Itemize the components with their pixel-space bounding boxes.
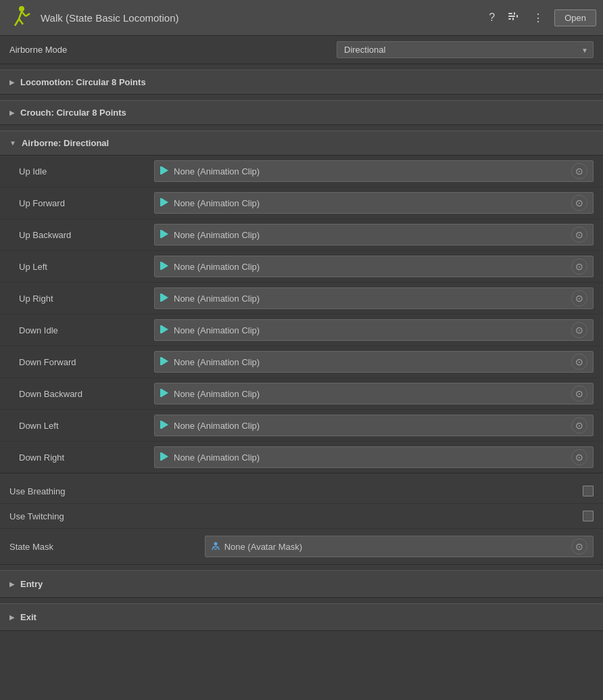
svg-marker-12 [162, 166, 168, 174]
anim-row-target-button[interactable]: ⊙ [571, 417, 587, 434]
anim-row-label: Up Left [19, 262, 154, 272]
anim-row: Down Forward None (Animation Clip) ⊙ [0, 346, 603, 378]
anim-row-clip-name: None (Animation Clip) [174, 198, 567, 208]
state-mask-label: State Mask [9, 542, 198, 552]
anim-row-target-button[interactable]: ⊙ [571, 163, 587, 179]
svg-marker-20 [162, 294, 168, 302]
more-button[interactable]: ⋮ [530, 10, 546, 26]
exit-arrow-icon: ▶ [9, 613, 15, 621]
anim-row-value: None (Animation Clip) ⊙ [154, 351, 594, 373]
anim-row-label: Down Left [19, 421, 154, 431]
locomotion-section-header[interactable]: ▶ Locomotion: Circular 8 Points [0, 70, 603, 95]
svg-point-32 [214, 542, 217, 545]
use-twitching-checkbox[interactable] [583, 511, 594, 521]
svg-line-5 [26, 14, 30, 16]
state-mask-target-button[interactable]: ⊙ [571, 538, 587, 555]
airborne-section-header[interactable]: ▼ Airborne: Directional [0, 131, 603, 156]
svg-line-3 [19, 19, 23, 24]
airborne-mode-label: Airborne Mode [9, 45, 337, 55]
animation-clip-icon [160, 325, 170, 335]
anim-row-value: None (Animation Clip) ⊙ [154, 383, 594, 404]
spacer-2 [0, 95, 603, 100]
airborne-mode-select[interactable]: Directional None Locomotion [337, 41, 594, 58]
anim-row-target-button[interactable]: ⊙ [571, 227, 587, 243]
airborne-section-title: Airborne: Directional [22, 138, 109, 148]
settings-button[interactable] [506, 9, 522, 26]
animation-clip-icon [160, 452, 170, 463]
walk-icon [7, 4, 34, 31]
spacer-4 [0, 473, 603, 479]
animation-clip-icon [160, 356, 170, 367]
svg-rect-9 [514, 12, 515, 15]
svg-rect-11 [512, 18, 514, 20]
svg-marker-28 [162, 421, 168, 429]
svg-point-0 [19, 6, 24, 11]
anim-row-label: Up Backward [19, 230, 154, 240]
anim-row-value: None (Animation Clip) ⊙ [154, 160, 594, 182]
anim-row: Down Idle None (Animation Clip) ⊙ [0, 314, 603, 346]
animation-clip-icon [160, 261, 170, 272]
anim-row-value: None (Animation Clip) ⊙ [154, 192, 594, 214]
anim-row-clip-name: None (Animation Clip) [174, 357, 567, 367]
exit-section-title: Exit [20, 612, 37, 622]
locomotion-arrow-icon: ▶ [9, 78, 15, 86]
use-twitching-label: Use Twitching [9, 511, 583, 521]
state-mask-value-text: None (Avatar Mask) [224, 542, 567, 552]
header: Walk (State Basic Locomotion) ? ⋮ Open [0, 0, 603, 36]
anim-row-label: Up Idle [19, 166, 154, 177]
anim-row-target-button[interactable]: ⊙ [571, 354, 587, 370]
svg-marker-24 [162, 357, 168, 365]
open-button[interactable]: Open [554, 9, 596, 26]
anim-row-label: Down Forward [19, 357, 154, 367]
anim-row-value: None (Animation Clip) ⊙ [154, 224, 594, 246]
anim-row-label: Down Backward [19, 389, 154, 399]
animation-clip-icon [160, 420, 170, 431]
svg-marker-22 [162, 325, 168, 333]
airborne-animation-section: Up Idle None (Animation Clip) ⊙ Up Forwa… [0, 156, 603, 473]
airborne-mode-dropdown-wrapper: Directional None Locomotion ▼ [337, 41, 594, 58]
anim-row-target-button[interactable]: ⊙ [571, 290, 587, 306]
exit-section-header[interactable]: ▶ Exit [0, 603, 603, 631]
svg-marker-16 [162, 230, 168, 238]
state-mask-value: None (Avatar Mask) ⊙ [205, 536, 594, 557]
airborne-mode-row: Airborne Mode Directional None Locomotio… [0, 36, 603, 64]
crouch-section-title: Crouch: Circular 8 Points [20, 108, 126, 118]
anim-row-value: None (Animation Clip) ⊙ [154, 287, 594, 309]
help-button[interactable]: ? [486, 10, 498, 25]
anim-row: Up Forward None (Animation Clip) ⊙ [0, 187, 603, 219]
svg-marker-26 [162, 389, 168, 397]
anim-row-value: None (Animation Clip) ⊙ [154, 256, 594, 277]
anim-row-target-button[interactable]: ⊙ [571, 322, 587, 338]
spacer-3 [0, 125, 603, 131]
anim-row: Up Left None (Animation Clip) ⊙ [0, 251, 603, 283]
svg-line-4 [22, 11, 26, 16]
anim-row-clip-name: None (Animation Clip) [174, 389, 567, 399]
anim-row-target-button[interactable]: ⊙ [571, 195, 587, 211]
animation-clip-icon [160, 293, 170, 304]
entry-section-title: Entry [20, 579, 43, 589]
spacer-5 [0, 565, 603, 570]
anim-row-target-button[interactable]: ⊙ [571, 258, 587, 275]
animation-clip-icon [160, 166, 170, 177]
anim-row-value: None (Animation Clip) ⊙ [154, 415, 594, 436]
anim-row-target-button[interactable]: ⊙ [571, 386, 587, 402]
svg-marker-30 [162, 452, 168, 461]
entry-section-header[interactable]: ▶ Entry [0, 570, 603, 598]
avatar-mask-icon [211, 541, 220, 553]
svg-line-1 [19, 11, 22, 19]
crouch-section-header[interactable]: ▶ Crouch: Circular 8 Points [0, 100, 603, 125]
anim-row-target-button[interactable]: ⊙ [571, 449, 587, 465]
anim-row-clip-name: None (Animation Clip) [174, 230, 567, 240]
anim-row: Down Right None (Animation Clip) ⊙ [0, 442, 603, 473]
svg-rect-10 [516, 15, 518, 18]
anim-row-label: Up Forward [19, 198, 154, 208]
header-controls: ? ⋮ Open [486, 9, 596, 26]
animation-clip-icon [160, 388, 170, 399]
anim-row-clip-name: None (Animation Clip) [174, 262, 567, 272]
anim-row-clip-name: None (Animation Clip) [174, 166, 567, 177]
svg-rect-8 [508, 18, 511, 20]
anim-row-clip-name: None (Animation Clip) [174, 452, 567, 463]
spacer-1 [0, 64, 603, 70]
use-breathing-checkbox[interactable] [583, 486, 594, 496]
state-mask-row: State Mask None (Avatar Mask) ⊙ [0, 529, 603, 565]
